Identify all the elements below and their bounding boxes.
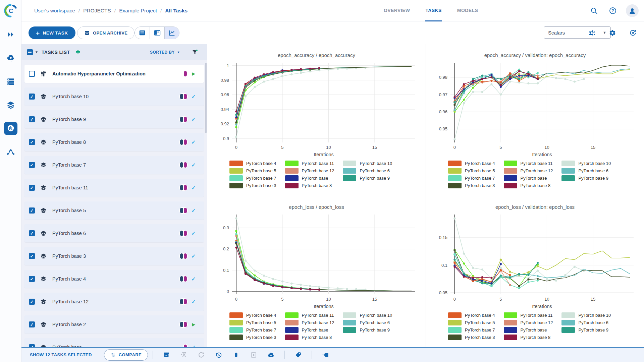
task-checkbox[interactable]: ✓: [29, 230, 35, 236]
sorted-by-control[interactable]: SORTED BY ▼: [150, 50, 180, 55]
row-density-icon[interactable]: [75, 49, 81, 55]
task-row[interactable]: ✓PyTorch base 5✓: [24, 201, 204, 220]
legend-item[interactable]: PyTorch base 7: [448, 327, 495, 333]
legend-item[interactable]: PyTorch base 11: [504, 312, 553, 318]
task-row[interactable]: ✓PyTorch base 6✓: [24, 224, 204, 242]
task-checkbox[interactable]: ✓: [29, 299, 35, 305]
open-archive-button[interactable]: OPEN ARCHIVE: [77, 26, 135, 39]
task-checkbox[interactable]: ✓: [29, 162, 35, 168]
legend-item[interactable]: PyTorch base 4: [229, 312, 276, 318]
legend-item[interactable]: PyTorch base 9: [561, 327, 611, 333]
expand-nav-icon[interactable]: [4, 28, 17, 41]
legend-item[interactable]: PyTorch base 6: [561, 168, 611, 174]
publish-icon[interactable]: [262, 349, 280, 361]
task-row[interactable]: ✓PyTorch base✓: [24, 338, 204, 347]
task-row[interactable]: ✓PyTorch base 7✓: [24, 156, 204, 174]
tab-tasks[interactable]: TASKS: [425, 0, 441, 21]
task-row[interactable]: ✓PyTorch base 10✓: [24, 87, 204, 106]
help-icon[interactable]: ?: [607, 5, 619, 16]
datasets-icon[interactable]: [4, 98, 17, 112]
legend-item[interactable]: PyTorch base 5: [229, 168, 276, 174]
new-task-button[interactable]: + NEW TASK: [29, 26, 75, 39]
legend-item[interactable]: PyTorch base 7: [229, 327, 276, 333]
legend-item[interactable]: PyTorch base 3: [229, 335, 276, 340]
legend-item[interactable]: PyTorch base 10: [343, 312, 392, 318]
enqueue-icon[interactable]: [210, 349, 227, 361]
archive-icon[interactable]: [158, 349, 175, 361]
task-checkbox[interactable]: ✓: [29, 344, 35, 347]
list-scrollbar[interactable]: [205, 63, 207, 133]
legend-item[interactable]: PyTorch base 10: [561, 312, 611, 318]
abort-icon[interactable]: [227, 349, 245, 361]
breadcrumb-item[interactable]: Example Project: [119, 8, 157, 14]
move-to-project-icon[interactable]: [317, 349, 334, 361]
task-checkbox[interactable]: ✓: [29, 207, 35, 214]
task-row[interactable]: ✓PyTorch base 4✓: [24, 270, 204, 288]
select-menu-caret-icon[interactable]: ▼: [35, 50, 38, 54]
tab-overview[interactable]: OVERVIEW: [384, 0, 410, 21]
legend-item[interactable]: PyTorch base 12: [504, 168, 553, 174]
legend-item[interactable]: PyTorch base 4: [229, 161, 276, 166]
task-checkbox[interactable]: ✓: [29, 94, 35, 100]
breadcrumb-item[interactable]: All Tasks: [165, 8, 187, 14]
pipelines-icon[interactable]: [4, 145, 17, 159]
legend-item[interactable]: PyTorch base 8: [285, 335, 334, 340]
task-row[interactable]: Automatic Hyperparameter Optimization▶: [24, 65, 204, 83]
clearml-logo-icon[interactable]: C: [3, 3, 18, 18]
auto-refresh-icon[interactable]: [627, 27, 639, 39]
legend-item[interactable]: PyTorch base 11: [504, 161, 553, 166]
compare-button[interactable]: COMPARE: [104, 349, 148, 361]
task-checkbox[interactable]: [29, 71, 35, 77]
task-row[interactable]: ✓PyTorch base 3✓: [24, 247, 204, 265]
task-checkbox[interactable]: ✓: [29, 139, 35, 145]
split-view-icon[interactable]: [150, 27, 164, 39]
legend-item[interactable]: PyTorch base 7: [229, 175, 276, 181]
legend-item[interactable]: PyTorch base 6: [561, 320, 611, 325]
legend-item[interactable]: PyTorch base 8: [504, 335, 553, 340]
legend-item[interactable]: PyTorch base: [504, 175, 553, 181]
task-checkbox[interactable]: ✓: [29, 276, 35, 282]
legend-item[interactable]: PyTorch base 9: [343, 175, 392, 181]
task-row[interactable]: ✓PyTorch base 2▶: [24, 315, 204, 334]
legend-item[interactable]: PyTorch base 11: [285, 161, 334, 166]
legend-item[interactable]: PyTorch base 5: [229, 320, 276, 325]
legend-item[interactable]: PyTorch base 7: [448, 175, 495, 181]
legend-item[interactable]: PyTorch base 10: [561, 161, 611, 166]
legend-item[interactable]: PyTorch base: [285, 175, 334, 181]
graph-preferences-icon[interactable]: [586, 27, 598, 39]
breadcrumb-item[interactable]: User's workspace: [34, 8, 75, 14]
task-row[interactable]: ✓PyTorch base 9✓: [24, 110, 204, 128]
charts-view-icon[interactable]: [164, 27, 179, 39]
select-all-checkbox[interactable]: [27, 49, 33, 55]
task-row[interactable]: ✓PyTorch base 11✓: [24, 179, 204, 197]
task-row[interactable]: ✓PyTorch base 12✓: [24, 293, 204, 311]
legend-item[interactable]: PyTorch base: [285, 327, 334, 333]
legend-item[interactable]: PyTorch base 11: [285, 312, 334, 318]
tab-models[interactable]: MODELS: [457, 0, 478, 21]
legend-item[interactable]: PyTorch base 10: [343, 161, 392, 166]
legend-item[interactable]: PyTorch base 6: [343, 320, 392, 325]
legend-item[interactable]: PyTorch base 12: [504, 320, 553, 325]
legend-item[interactable]: PyTorch base 4: [448, 161, 495, 166]
apps-cloud-icon[interactable]: [4, 51, 17, 65]
settings-gear-icon[interactable]: [607, 27, 618, 39]
task-row[interactable]: ✓PyTorch base 8✓: [24, 133, 204, 151]
legend-item[interactable]: PyTorch base 12: [285, 320, 334, 325]
task-checkbox[interactable]: ✓: [29, 185, 35, 191]
search-icon[interactable]: [588, 5, 600, 16]
legend-item[interactable]: PyTorch base 6: [343, 168, 392, 174]
user-avatar[interactable]: [626, 4, 639, 17]
legend-item[interactable]: PyTorch base 5: [448, 168, 495, 174]
legend-item[interactable]: PyTorch base 8: [285, 183, 334, 188]
legend-item[interactable]: PyTorch base 9: [343, 327, 392, 333]
legend-item[interactable]: PyTorch base 3: [448, 335, 495, 340]
legend-item[interactable]: PyTorch base 4: [448, 312, 495, 318]
legend-item[interactable]: PyTorch base: [504, 327, 553, 333]
legend-item[interactable]: PyTorch base 9: [561, 175, 611, 181]
legend-item[interactable]: PyTorch base 5: [448, 320, 495, 325]
legend-item[interactable]: PyTorch base 3: [229, 183, 276, 188]
legend-item[interactable]: PyTorch base 3: [448, 183, 495, 188]
filter-icon[interactable]: [192, 49, 198, 56]
legend-item[interactable]: PyTorch base 8: [504, 183, 553, 188]
task-checkbox[interactable]: ✓: [29, 321, 35, 327]
